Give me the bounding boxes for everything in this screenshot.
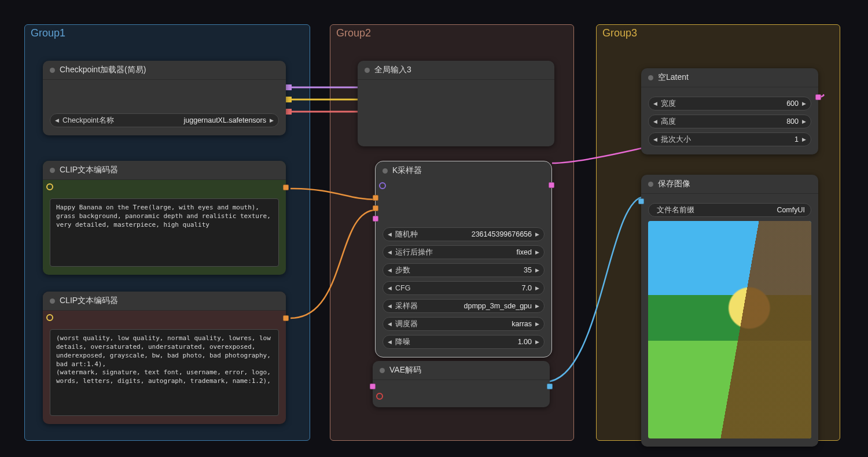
node-clip-positive[interactable]: CLIP文本编码器 Happy Banana on the Tree(large… [43,161,286,275]
param-value: 7.0 [522,284,532,292]
chevron-right-icon[interactable]: ▶ [269,117,275,123]
param-label: CFG [395,284,522,292]
filename-prefix-value: ComfyUI [777,206,805,214]
ksampler-row-4[interactable]: ◀采样器dpmpp_3m_sde_gpu▶ [382,299,545,313]
node-checkpoint-loader[interactable]: Checkpoint加载器(简易) ◀ Checkpoint名称 juggern… [43,61,286,135]
param-value: 35 [524,266,532,274]
node-global-input[interactable]: 全局输入3 [358,61,554,146]
chevron-right-icon[interactable]: ▶ [801,137,807,142]
param-value: 800 [786,117,799,126]
chevron-left-icon[interactable]: ◀ [387,231,393,237]
node-vae-decode[interactable]: VAE解码 [373,361,550,407]
chevron-right-icon[interactable]: ▶ [534,339,540,345]
node-collapse-icon[interactable] [50,168,55,173]
param-value: karras [512,320,532,328]
group-3-title: Group3 [602,27,637,39]
latent-output-port[interactable] [815,94,821,100]
ksampler-row-2[interactable]: ◀步数35▶ [382,263,545,277]
output-image-preview[interactable] [648,221,811,438]
filename-prefix-label: 文件名前缀 [657,205,777,215]
chevron-left-icon[interactable]: ◀ [387,339,393,345]
chevron-left-icon[interactable]: ◀ [652,101,659,106]
ksampler-row-6[interactable]: ◀降噪1.00▶ [382,335,545,349]
conditioning-output-port[interactable] [283,185,289,190]
chevron-left-icon[interactable]: ◀ [387,267,393,273]
latent-output-port[interactable] [549,182,554,188]
param-value: 600 [786,99,799,108]
latent-row-0[interactable]: ◀宽度600▶ [648,97,811,110]
param-label: 宽度 [661,99,786,109]
param-value: 236145399676656 [472,230,532,238]
samples-input-port[interactable] [370,384,376,389]
negative-prompt-text[interactable]: (worst quality, low quality, normal qual… [50,329,279,416]
positive-prompt-text[interactable]: Happy Banana on the Tree(large, with eye… [50,198,279,267]
node-collapse-icon[interactable] [382,168,388,174]
chevron-left-icon[interactable]: ◀ [652,137,659,142]
filename-prefix-field[interactable]: 文件名前缀 ComfyUI [648,203,811,217]
node-collapse-icon[interactable] [648,182,653,187]
clip-input-port[interactable] [46,183,53,190]
chevron-left-icon[interactable]: ◀ [54,117,60,123]
images-input-port[interactable] [638,198,644,204]
node-empty-latent[interactable]: 空Latent ◀宽度600▶◀高度800▶◀批次大小1▶ [641,68,818,154]
param-label: 运行后操作 [395,248,517,257]
ksampler-row-3[interactable]: ◀CFG7.0▶ [382,281,545,295]
node-collapse-icon[interactable] [648,75,653,80]
param-value: dpmpp_3m_sde_gpu [464,302,532,310]
vae-input-port[interactable] [376,393,383,400]
group-1-title: Group1 [31,27,65,39]
node-clip-negative[interactable]: CLIP文本编码器 (worst quality, low quality, n… [43,292,286,424]
negative-input-port[interactable] [373,205,378,211]
chevron-left-icon[interactable]: ◀ [652,119,659,124]
checkpoint-name-label: Checkpoint名称 [62,116,184,126]
node-title: 空Latent [658,72,689,83]
node-title: K采样器 [392,165,422,176]
node-collapse-icon[interactable] [50,298,55,304]
chevron-left-icon[interactable]: ◀ [387,285,393,291]
param-label: 批次大小 [661,135,795,145]
chevron-right-icon[interactable]: ▶ [534,321,540,327]
ksampler-row-0[interactable]: ◀随机种236145399676656▶ [382,227,545,241]
param-label: 随机种 [395,230,472,239]
ksampler-row-5[interactable]: ◀调度器karras▶ [382,317,545,331]
node-collapse-icon[interactable] [380,368,385,373]
group-2-title: Group2 [336,27,371,39]
checkpoint-name-field[interactable]: ◀ Checkpoint名称 juggernautXL.safetensors … [50,113,279,127]
param-value: 1 [795,135,799,143]
ksampler-row-1[interactable]: ◀运行后操作fixed▶ [382,245,545,259]
param-value: 1.00 [518,338,532,346]
chevron-right-icon[interactable]: ▶ [534,267,540,273]
latent-row-2[interactable]: ◀批次大小1▶ [648,132,811,146]
image-output-port[interactable] [547,384,553,389]
chevron-left-icon[interactable]: ◀ [387,321,393,327]
latent-row-1[interactable]: ◀高度800▶ [648,115,811,128]
conditioning-output-port[interactable] [283,315,289,321]
clip-input-port[interactable] [46,314,53,321]
chevron-right-icon[interactable]: ▶ [534,249,540,255]
param-value: fixed [517,248,532,256]
chevron-right-icon[interactable]: ▶ [801,101,807,106]
node-title: VAE解码 [389,365,421,375]
param-label: 高度 [661,117,786,127]
node-collapse-icon[interactable] [50,68,55,73]
param-label: 降噪 [395,337,518,347]
latent-input-port[interactable] [373,216,378,222]
positive-input-port[interactable] [373,195,378,201]
chevron-right-icon[interactable]: ▶ [801,119,807,124]
node-title: Checkpoint加载器(简易) [60,65,146,75]
chevron-right-icon[interactable]: ▶ [534,303,540,309]
chevron-right-icon[interactable]: ▶ [534,231,540,237]
chevron-left-icon[interactable]: ◀ [387,303,393,309]
model-input-port[interactable] [379,182,386,189]
node-title: CLIP文本编码器 [60,296,118,306]
checkpoint-name-value: juggernautXL.safetensors [184,116,266,124]
node-save-image[interactable]: 保存图像 文件名前缀 ComfyUI [641,175,818,447]
chevron-right-icon[interactable]: ▶ [534,285,540,291]
chevron-left-icon[interactable]: ◀ [387,249,393,255]
param-label: 步数 [395,266,524,275]
node-ksampler[interactable]: K采样器 ◀随机种236145399676656▶◀运行后操作fixed▶◀步数… [375,161,552,358]
node-collapse-icon[interactable] [365,68,370,73]
node-title: 全局输入3 [374,65,411,75]
param-label: 采样器 [395,301,464,311]
node-title: 保存图像 [658,179,690,189]
